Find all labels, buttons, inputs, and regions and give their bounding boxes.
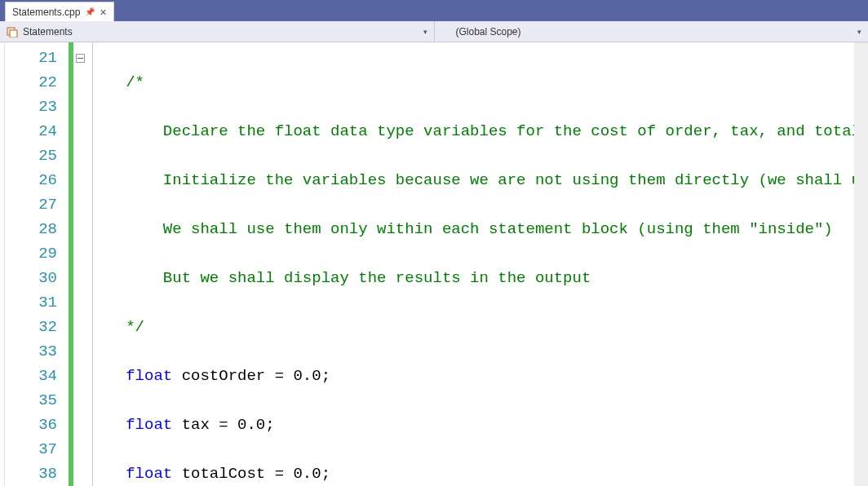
line-number: 36 <box>5 413 57 437</box>
code-text: float <box>126 367 172 385</box>
line-number: 35 <box>5 388 57 413</box>
line-number: 24 <box>5 119 57 144</box>
code-text: costOrder = 0.0; <box>172 367 330 385</box>
close-icon[interactable]: × <box>100 7 106 18</box>
code-text: float <box>126 416 172 434</box>
code-editor[interactable]: 21 22 23 24 25 26 27 28 29 30 31 32 33 3… <box>0 42 868 486</box>
line-number: 25 <box>5 144 57 168</box>
code-text: Initialize the variables because we are … <box>163 171 868 189</box>
chevron-down-icon: ▾ <box>423 28 427 36</box>
class-scope-label: Statements <box>23 26 73 38</box>
line-number: 21 <box>5 46 57 70</box>
line-number: 28 <box>5 217 57 241</box>
class-scope-dropdown[interactable]: Statements ▾ <box>0 21 435 42</box>
line-number: 26 <box>5 168 57 192</box>
code-text: But we shall display the results in the … <box>163 269 591 287</box>
line-number: 37 <box>5 437 57 462</box>
line-number: 31 <box>5 290 57 315</box>
tab-bar: Statements.cpp 📌 × <box>0 0 868 21</box>
code-text-area[interactable]: /* Declare the float data type variables… <box>98 42 868 486</box>
code-text: Declare the float data type variables fo… <box>163 122 868 140</box>
line-number: 32 <box>5 315 57 339</box>
outline-line <box>92 42 93 486</box>
function-scope-dropdown[interactable]: (Global Scope) ▾ <box>435 21 869 42</box>
code-text: /* <box>126 73 144 91</box>
line-number: 27 <box>5 192 57 217</box>
outlining-gutter <box>73 42 90 486</box>
line-number: 23 <box>5 95 57 119</box>
line-number: 22 <box>5 70 57 95</box>
tab-title: Statements.cpp <box>12 7 80 18</box>
function-scope-label: (Global Scope) <box>441 26 521 38</box>
chevron-down-icon: ▾ <box>857 28 861 36</box>
line-number: 38 <box>5 462 57 486</box>
vertical-scrollbar[interactable] <box>854 42 868 486</box>
pin-icon[interactable]: 📌 <box>85 7 95 16</box>
code-text: float <box>126 465 172 483</box>
line-number-gutter: 21 22 23 24 25 26 27 28 29 30 31 32 33 3… <box>5 42 69 486</box>
line-number: 33 <box>5 339 57 364</box>
file-tab[interactable]: Statements.cpp 📌 × <box>5 2 114 21</box>
line-number: 29 <box>5 241 57 266</box>
navigation-bar: Statements ▾ (Global Scope) ▾ <box>0 21 868 42</box>
svg-rect-1 <box>10 30 17 38</box>
code-text: totalCost = 0.0; <box>172 465 330 483</box>
collapse-toggle[interactable] <box>76 54 85 63</box>
code-text: We shall use them only within each state… <box>163 220 833 238</box>
line-number: 30 <box>5 266 57 290</box>
code-text: tax = 0.0; <box>172 416 274 434</box>
class-icon <box>7 26 18 38</box>
line-number: 34 <box>5 364 57 388</box>
code-text: */ <box>126 318 144 336</box>
